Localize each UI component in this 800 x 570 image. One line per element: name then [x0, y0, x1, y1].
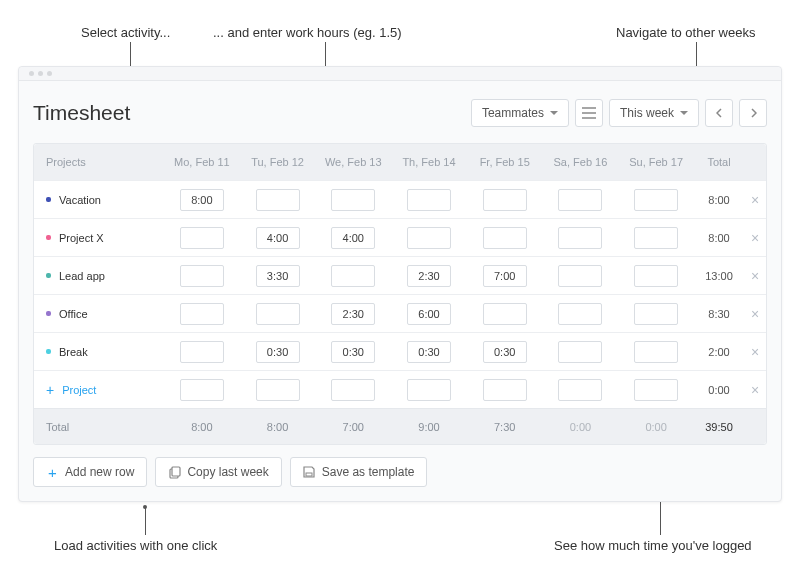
callout-navigate-weeks: Navigate to other weeks — [616, 25, 755, 40]
hours-input[interactable] — [407, 265, 451, 287]
caret-down-icon — [550, 111, 558, 115]
hours-input[interactable] — [256, 227, 300, 249]
teammates-dropdown[interactable]: Teammates — [471, 99, 569, 127]
hours-input[interactable] — [331, 303, 375, 325]
project-name: Vacation — [59, 194, 101, 206]
traffic-light-icon — [47, 71, 52, 76]
table-row: Break2:00× — [34, 332, 766, 370]
hours-input[interactable] — [180, 303, 224, 325]
hours-input[interactable] — [634, 303, 678, 325]
hours-input[interactable] — [634, 341, 678, 363]
hours-input[interactable] — [634, 265, 678, 287]
table-row: Lead app13:00× — [34, 256, 766, 294]
hours-input[interactable] — [558, 189, 602, 211]
col-day: Th, Feb 14 — [391, 156, 467, 168]
add-row-button[interactable]: + Add new row — [33, 457, 147, 487]
hours-input[interactable] — [483, 303, 527, 325]
project-cell[interactable]: Vacation — [34, 194, 164, 206]
hours-input[interactable] — [407, 227, 451, 249]
hours-input[interactable] — [331, 265, 375, 287]
next-week-button[interactable] — [739, 99, 767, 127]
hours-input[interactable] — [331, 341, 375, 363]
day-total: 0:00 — [543, 421, 619, 433]
header-row: Projects Mo, Feb 11 Tu, Feb 12 We, Feb 1… — [34, 144, 766, 180]
chevron-left-icon — [716, 108, 723, 118]
col-projects: Projects — [34, 156, 164, 168]
hours-input[interactable] — [180, 189, 224, 211]
svg-rect-4 — [172, 467, 180, 476]
project-cell[interactable]: Project X — [34, 232, 164, 244]
callout-select-activity: Select activity... — [81, 25, 170, 40]
hours-input[interactable] — [407, 341, 451, 363]
save-icon — [303, 466, 316, 479]
delete-row-button[interactable]: × — [744, 382, 766, 398]
day-total: 8:00 — [164, 421, 240, 433]
hours-input[interactable] — [483, 189, 527, 211]
hours-input[interactable] — [634, 227, 678, 249]
col-day: Tu, Feb 12 — [240, 156, 316, 168]
hours-input[interactable] — [483, 227, 527, 249]
hours-input[interactable] — [407, 303, 451, 325]
delete-row-button[interactable]: × — [744, 268, 766, 284]
hours-input[interactable] — [180, 341, 224, 363]
day-total: 7:00 — [315, 421, 391, 433]
hours-input[interactable] — [558, 379, 602, 401]
row-total: 2:00 — [694, 346, 744, 358]
hours-input[interactable] — [634, 189, 678, 211]
page-title: Timesheet — [33, 101, 471, 125]
day-total: 0:00 — [618, 421, 694, 433]
col-day: Fr, Feb 15 — [467, 156, 543, 168]
delete-row-button[interactable]: × — [744, 230, 766, 246]
copy-last-week-label: Copy last week — [187, 465, 268, 479]
table-row: Office8:30× — [34, 294, 766, 332]
hours-input[interactable] — [256, 265, 300, 287]
delete-row-button[interactable]: × — [744, 344, 766, 360]
hours-input[interactable] — [634, 379, 678, 401]
hours-input[interactable] — [558, 341, 602, 363]
totals-label: Total — [34, 421, 164, 433]
project-name: Office — [59, 308, 88, 320]
hours-input[interactable] — [558, 303, 602, 325]
plus-icon: + — [46, 382, 54, 398]
hours-input[interactable] — [483, 341, 527, 363]
hours-input[interactable] — [558, 265, 602, 287]
teammates-label: Teammates — [482, 106, 544, 120]
grand-total: 39:50 — [694, 421, 744, 433]
hours-input[interactable] — [256, 189, 300, 211]
add-project-button[interactable]: + Project — [34, 382, 164, 398]
app-window: Timesheet Teammates This week — [18, 66, 782, 502]
project-cell[interactable]: Office — [34, 308, 164, 320]
hours-input[interactable] — [256, 303, 300, 325]
prev-week-button[interactable] — [705, 99, 733, 127]
hours-input[interactable] — [407, 189, 451, 211]
hours-input[interactable] — [180, 265, 224, 287]
row-total: 8:30 — [694, 308, 744, 320]
project-name: Break — [59, 346, 88, 358]
hours-input[interactable] — [180, 379, 224, 401]
project-cell[interactable]: Lead app — [34, 270, 164, 282]
row-total: 13:00 — [694, 270, 744, 282]
callout-load-activities: Load activities with one click — [54, 538, 217, 553]
week-dropdown[interactable]: This week — [609, 99, 699, 127]
hours-input[interactable] — [558, 227, 602, 249]
hours-input[interactable] — [407, 379, 451, 401]
hours-input[interactable] — [180, 227, 224, 249]
hours-input[interactable] — [256, 341, 300, 363]
delete-row-button[interactable]: × — [744, 306, 766, 322]
hours-input[interactable] — [331, 379, 375, 401]
hours-input[interactable] — [483, 379, 527, 401]
week-label: This week — [620, 106, 674, 120]
project-cell[interactable]: Break — [34, 346, 164, 358]
traffic-light-icon — [38, 71, 43, 76]
hours-input[interactable] — [331, 189, 375, 211]
list-view-button[interactable] — [575, 99, 603, 127]
chevron-right-icon — [750, 108, 757, 118]
row-total: 8:00 — [694, 232, 744, 244]
hours-input[interactable] — [483, 265, 527, 287]
delete-row-button[interactable]: × — [744, 192, 766, 208]
traffic-light-icon — [29, 71, 34, 76]
copy-last-week-button[interactable]: Copy last week — [155, 457, 281, 487]
hours-input[interactable] — [256, 379, 300, 401]
hours-input[interactable] — [331, 227, 375, 249]
save-template-button[interactable]: Save as template — [290, 457, 428, 487]
